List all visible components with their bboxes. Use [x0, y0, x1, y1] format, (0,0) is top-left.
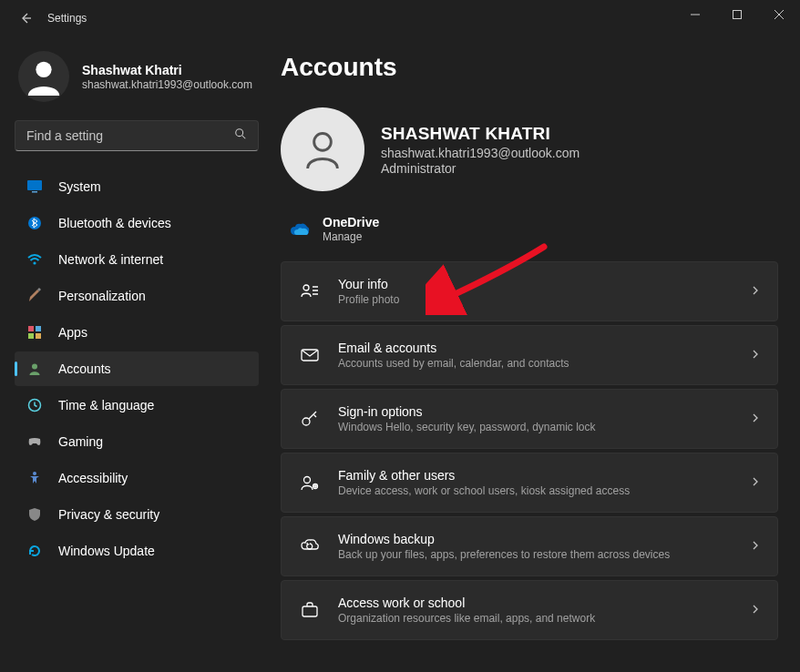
- avatar: [18, 51, 69, 102]
- search-input[interactable]: [26, 128, 229, 143]
- maximize-button[interactable]: [716, 0, 758, 29]
- window-controls: [674, 0, 800, 29]
- card-sub: Device access, work or school users, kio…: [338, 484, 750, 497]
- card-title: Access work or school: [338, 596, 750, 610]
- svg-point-6: [33, 261, 36, 264]
- wifi-icon: [26, 250, 44, 269]
- family-icon: [298, 471, 322, 494]
- svg-rect-10: [36, 333, 41, 339]
- bluetooth-icon: [26, 214, 44, 232]
- backup-icon: [298, 535, 322, 558]
- svg-point-18: [304, 477, 311, 484]
- svg-rect-0: [733, 11, 742, 19]
- key-icon: [298, 407, 322, 431]
- svg-point-13: [33, 472, 36, 475]
- account-info: SHASHWAT KHATRI shashwat.khatri1993@outl…: [381, 124, 579, 176]
- your-info-icon: [298, 280, 322, 303]
- sidebar-item-accounts[interactable]: Accounts: [15, 351, 259, 386]
- chevron-right-icon: [750, 283, 761, 300]
- card-title: Sign-in options: [338, 404, 750, 419]
- minimize-icon: [691, 10, 700, 19]
- paintbrush-icon: [26, 287, 44, 305]
- back-button[interactable]: [7, 0, 44, 36]
- person-icon: [297, 124, 348, 175]
- account-email: shashwat.khatri1993@outlook.com: [381, 146, 579, 160]
- svg-rect-8: [36, 326, 41, 331]
- onedrive-row[interactable]: OneDrive Manage: [281, 209, 778, 261]
- sidebar-item-privacy[interactable]: Privacy & security: [15, 497, 259, 532]
- svg-point-17: [303, 418, 310, 425]
- maximize-icon: [733, 10, 742, 19]
- sidebar-item-accessibility[interactable]: Accessibility: [15, 461, 259, 495]
- sidebar-item-bluetooth[interactable]: Bluetooth & devices: [15, 206, 259, 240]
- person-icon: [23, 56, 65, 97]
- sidebar-item-label: Network & internet: [58, 252, 163, 267]
- sidebar-item-time[interactable]: Time & language: [15, 388, 259, 423]
- onedrive-title: OneDrive: [323, 215, 379, 229]
- page-title: Accounts: [281, 53, 778, 82]
- gaming-icon: [26, 433, 44, 451]
- sidebar-item-label: Bluetooth & devices: [58, 216, 171, 230]
- chevron-right-icon: [750, 411, 761, 427]
- sidebar-item-label: Personalization: [58, 289, 146, 303]
- card-signin-options[interactable]: Sign-in options Windows Hello, security …: [281, 389, 778, 449]
- card-work-school[interactable]: Access work or school Organization resou…: [281, 580, 778, 640]
- chevron-right-icon: [750, 538, 761, 555]
- search-icon: [234, 127, 247, 144]
- account-hero: SHASHWAT KHATRI shashwat.khatri1993@outl…: [281, 107, 778, 191]
- briefcase-icon: [298, 598, 322, 622]
- svg-rect-20: [303, 606, 317, 616]
- card-title: Windows backup: [338, 532, 750, 546]
- titlebar: Settings: [0, 0, 800, 36]
- sidebar-item-label: Windows Update: [58, 544, 155, 558]
- sidebar-item-label: Privacy & security: [58, 507, 159, 522]
- sidebar-item-label: Time & language: [58, 398, 154, 412]
- svg-point-2: [236, 129, 243, 137]
- svg-point-14: [314, 134, 332, 151]
- avatar-large: [281, 107, 364, 191]
- cloud-icon: [290, 219, 310, 239]
- card-sub: Back up your files, apps, preferences to…: [338, 548, 750, 561]
- clock-icon: [26, 396, 44, 414]
- chevron-right-icon: [750, 347, 761, 363]
- close-icon: [774, 10, 784, 19]
- onedrive-sub: Manage: [323, 230, 379, 243]
- sidebar-item-system[interactable]: System: [15, 169, 259, 204]
- sidebar-item-label: System: [58, 179, 101, 194]
- account-name: SHASHWAT KHATRI: [381, 124, 579, 144]
- sidebar-item-network[interactable]: Network & internet: [15, 242, 259, 277]
- nav-list: System Bluetooth & devices Network & int…: [15, 169, 259, 568]
- svg-rect-3: [27, 180, 42, 190]
- user-section[interactable]: Shashwat Khatri shashwat.khatri1993@outl…: [15, 51, 259, 102]
- back-arrow-icon: [18, 11, 33, 25]
- sidebar-item-label: Accounts: [58, 361, 111, 376]
- svg-point-11: [32, 364, 37, 370]
- display-icon: [26, 178, 44, 196]
- card-email-accounts[interactable]: Email & accounts Accounts used by email,…: [281, 325, 778, 385]
- sidebar: Shashwat Khatri shashwat.khatri1993@outl…: [0, 36, 273, 672]
- user-texts: Shashwat Khatri shashwat.khatri1993@outl…: [82, 63, 252, 91]
- window-title: Settings: [47, 12, 87, 25]
- onedrive-texts: OneDrive Manage: [323, 215, 379, 243]
- minimize-button[interactable]: [674, 0, 716, 29]
- sidebar-item-label: Accessibility: [58, 471, 128, 485]
- sidebar-item-personalization[interactable]: Personalization: [15, 279, 259, 313]
- accounts-icon: [26, 360, 44, 378]
- sidebar-item-label: Apps: [58, 325, 87, 340]
- svg-point-1: [36, 62, 51, 77]
- shield-icon: [26, 505, 44, 524]
- close-button[interactable]: [758, 0, 800, 29]
- card-title: Email & accounts: [338, 341, 750, 355]
- sidebar-item-apps[interactable]: Apps: [15, 315, 259, 350]
- card-sub: Accounts used by email, calendar, and co…: [338, 357, 750, 370]
- sidebar-item-gaming[interactable]: Gaming: [15, 424, 259, 459]
- user-name: Shashwat Khatri: [82, 63, 252, 77]
- card-family-users[interactable]: Family & other users Device access, work…: [281, 453, 778, 513]
- accessibility-icon: [26, 469, 44, 487]
- card-windows-backup[interactable]: Windows backup Back up your files, apps,…: [281, 516, 778, 576]
- sidebar-item-update[interactable]: Windows Update: [15, 534, 259, 568]
- search-box[interactable]: [15, 120, 259, 151]
- card-title: Family & other users: [338, 468, 750, 483]
- card-your-info[interactable]: Your info Profile photo: [281, 261, 778, 321]
- update-icon: [26, 542, 44, 560]
